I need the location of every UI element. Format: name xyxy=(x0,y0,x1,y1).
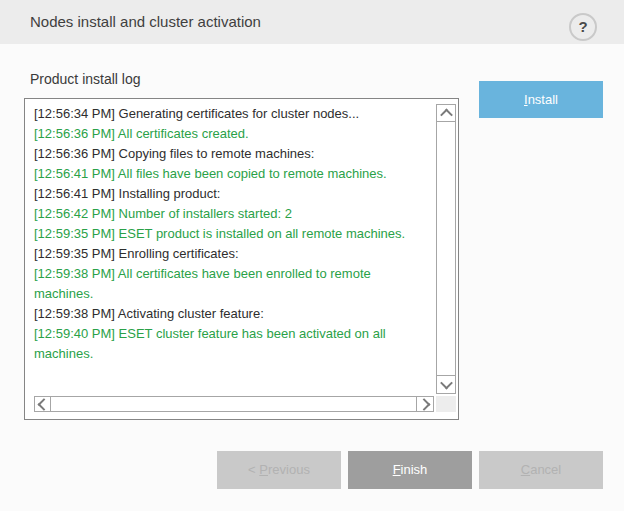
horizontal-scrollbar[interactable] xyxy=(34,396,434,412)
install-button[interactable]: Install xyxy=(479,81,603,118)
finish-button[interactable]: Finish xyxy=(348,451,472,489)
log-content: [12:56:34 PM] Generating certificates fo… xyxy=(25,99,432,395)
log-line: [12:59:35 PM] Enrolling certificates: xyxy=(34,244,432,264)
log-line: [12:59:38 PM] Activating cluster feature… xyxy=(34,304,432,324)
previous-button[interactable]: < Previous xyxy=(217,451,341,489)
vertical-scrollbar-thumb[interactable] xyxy=(436,122,456,376)
scroll-right-button[interactable] xyxy=(417,396,434,412)
log-line: [12:56:36 PM] Copying files to remote ma… xyxy=(34,144,432,164)
scroll-down-button[interactable] xyxy=(436,376,456,394)
chevron-right-icon xyxy=(417,398,430,411)
log-line: [12:59:38 PM] All certificates have been… xyxy=(34,264,432,304)
help-icon[interactable]: ? xyxy=(569,13,597,41)
log-label: Product install log xyxy=(30,71,141,87)
log-line: [12:56:36 PM] All certificates created. xyxy=(34,124,432,144)
log-line: [12:56:34 PM] Generating certificates fo… xyxy=(34,104,432,124)
log-line: [12:59:35 PM] ESET product is installed … xyxy=(34,224,432,244)
dialog-header: Nodes install and cluster activation ? xyxy=(0,0,624,44)
previous-label: Previous xyxy=(259,462,310,477)
scroll-left-button[interactable] xyxy=(34,396,51,412)
scroll-up-button[interactable] xyxy=(436,104,456,122)
dialog-window: Nodes install and cluster activation ? P… xyxy=(0,0,624,511)
log-line: [12:59:40 PM] ESET cluster feature has b… xyxy=(34,324,432,364)
scrollbar-corner xyxy=(436,396,456,412)
vertical-scrollbar[interactable] xyxy=(436,104,456,394)
chevron-left-icon xyxy=(38,398,51,411)
horizontal-scrollbar-thumb[interactable] xyxy=(51,396,417,412)
log-line: [12:56:41 PM] All files have been copied… xyxy=(34,164,432,184)
previous-arrow-prefix: < xyxy=(248,462,259,477)
cancel-button[interactable]: Cancel xyxy=(479,451,603,489)
chevron-up-icon xyxy=(440,108,453,121)
page-title: Nodes install and cluster activation xyxy=(30,0,261,44)
log-line: [12:56:42 PM] Number of installers start… xyxy=(34,204,432,224)
log-line: [12:56:41 PM] Installing product: xyxy=(34,184,432,204)
chevron-down-icon xyxy=(440,377,453,390)
product-install-log: [12:56:34 PM] Generating certificates fo… xyxy=(24,98,459,420)
